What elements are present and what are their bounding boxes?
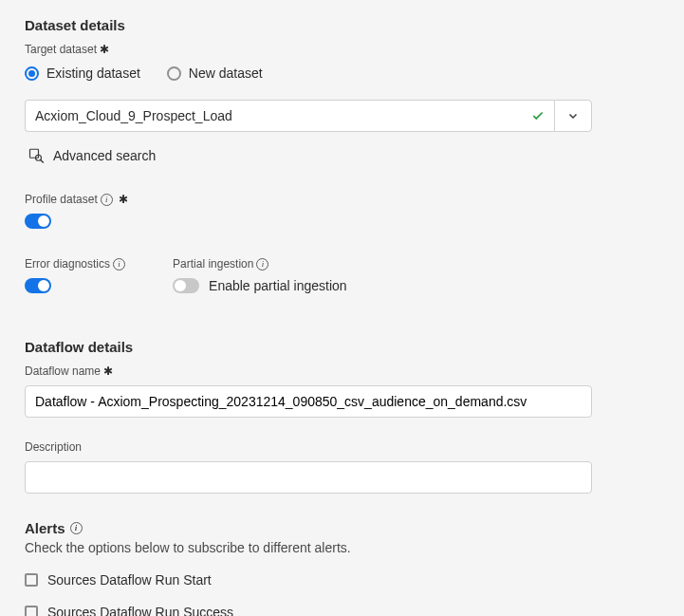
partial-ingestion-label: Partial ingestion i xyxy=(173,257,347,271)
partial-ingestion-toggle[interactable] xyxy=(173,278,199,293)
radio-new-label: New dataset xyxy=(189,65,263,81)
alerts-subtitle: Check the options below to subscribe to … xyxy=(25,540,659,555)
dataset-details-title: Dataset details xyxy=(25,17,659,33)
checkbox-icon xyxy=(25,573,38,587)
chevron-down-icon xyxy=(567,110,579,121)
info-icon[interactable]: i xyxy=(113,258,125,271)
search-zoom-icon xyxy=(28,147,46,164)
dataset-combobox[interactable]: Acxiom_Cloud_9_Prospect_Load xyxy=(25,100,554,132)
info-icon[interactable]: i xyxy=(256,258,268,271)
target-dataset-label: Target dataset ✱ xyxy=(25,43,659,56)
target-dataset-label-text: Target dataset xyxy=(25,43,97,56)
dataflow-details-title: Dataflow details xyxy=(25,339,659,355)
alert-label: Sources Dataflow Run Success xyxy=(47,605,233,616)
radio-new-dataset[interactable]: New dataset xyxy=(167,65,263,81)
radio-existing-dataset[interactable]: Existing dataset xyxy=(25,65,140,81)
checkbox-icon xyxy=(25,606,38,616)
error-diagnostics-label: Error diagnostics i xyxy=(25,257,125,271)
asterisk-icon: ✱ xyxy=(116,193,128,206)
partial-ingestion-text: Enable partial ingestion xyxy=(209,278,347,293)
advanced-search-link[interactable]: Advanced search xyxy=(25,141,659,164)
info-icon[interactable]: i xyxy=(70,522,83,534)
dataset-combobox-toggle[interactable] xyxy=(554,100,592,132)
alerts-title: Alerts xyxy=(25,520,65,536)
alert-label: Sources Dataflow Run Start xyxy=(47,572,212,588)
profile-dataset-toggle[interactable] xyxy=(25,214,51,229)
description-input[interactable] xyxy=(25,461,592,494)
profile-dataset-label: Profile dataset i ✱ xyxy=(25,193,659,206)
alert-checkbox-run-start[interactable]: Sources Dataflow Run Start xyxy=(25,572,659,588)
radio-icon xyxy=(25,66,39,81)
error-diagnostics-toggle[interactable] xyxy=(25,278,51,293)
radio-existing-label: Existing dataset xyxy=(46,65,140,81)
partial-ingestion-label-text: Partial ingestion xyxy=(173,257,253,271)
radio-icon xyxy=(167,66,181,81)
svg-line-2 xyxy=(41,160,44,163)
checkmark-icon xyxy=(531,109,545,122)
asterisk-icon: ✱ xyxy=(103,364,113,378)
alert-checkbox-run-success[interactable]: Sources Dataflow Run Success xyxy=(25,605,659,616)
error-diagnostics-label-text: Error diagnostics xyxy=(25,257,110,271)
svg-rect-0 xyxy=(30,149,39,158)
dataflow-name-input[interactable] xyxy=(25,385,592,418)
alerts-title-row: Alerts i xyxy=(25,520,659,536)
info-icon[interactable]: i xyxy=(101,194,113,206)
description-label: Description xyxy=(25,440,659,454)
description-label-text: Description xyxy=(25,440,82,454)
asterisk-icon: ✱ xyxy=(100,43,109,56)
profile-dataset-label-text: Profile dataset xyxy=(25,193,98,206)
advanced-search-label: Advanced search xyxy=(53,148,156,163)
dataflow-name-label-text: Dataflow name xyxy=(25,364,101,378)
dataset-combobox-value: Acxiom_Cloud_9_Prospect_Load xyxy=(35,108,232,123)
dataflow-name-label: Dataflow name ✱ xyxy=(25,364,659,378)
